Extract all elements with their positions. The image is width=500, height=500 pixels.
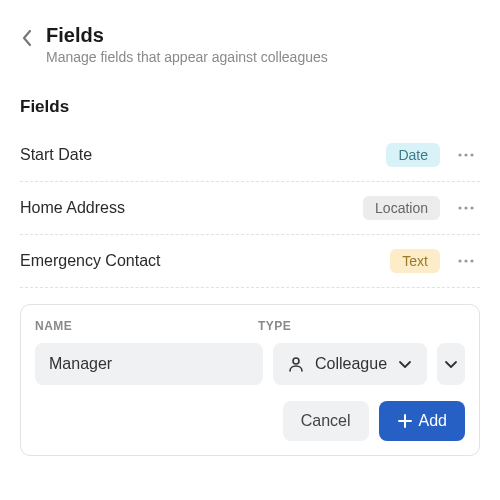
svg-point-9 [293,358,299,364]
extra-select[interactable] [437,343,465,385]
svg-point-0 [458,153,461,156]
more-horizontal-icon [456,145,476,165]
person-icon [287,355,305,373]
field-more-button[interactable] [452,247,480,275]
svg-point-8 [470,259,473,262]
field-type-badge: Location [363,196,440,220]
field-more-button[interactable] [452,194,480,222]
more-horizontal-icon [456,251,476,271]
more-horizontal-icon [456,198,476,218]
add-field-card: NAME TYPE Colleague Cancel Add [20,304,480,456]
field-label: Home Address [20,199,363,217]
field-label: Start Date [20,146,386,164]
column-header-type: TYPE [258,319,465,333]
field-row: Start Date Date [20,129,480,182]
chevron-left-icon [20,28,34,48]
field-type-badge: Text [390,249,440,273]
chevron-down-icon [443,356,459,372]
svg-point-6 [458,259,461,262]
field-row: Emergency Contact Text [20,235,480,288]
chevron-down-icon [397,356,413,372]
field-type-badge: Date [386,143,440,167]
plus-icon [397,413,413,429]
cancel-button[interactable]: Cancel [283,401,369,441]
svg-point-1 [464,153,467,156]
page-title: Fields [46,24,480,47]
svg-point-3 [458,206,461,209]
type-select-label: Colleague [315,355,387,373]
fields-list: Start Date Date Home Address Location Em… [20,129,480,288]
field-label: Emergency Contact [20,252,390,270]
type-select[interactable]: Colleague [273,343,427,385]
add-button-label: Add [419,412,447,430]
svg-point-5 [470,206,473,209]
svg-point-7 [464,259,467,262]
field-more-button[interactable] [452,141,480,169]
svg-point-4 [464,206,467,209]
name-input[interactable] [35,343,263,385]
section-title: Fields [20,97,480,117]
page-subtitle: Manage fields that appear against collea… [46,49,480,65]
svg-point-2 [470,153,473,156]
add-button[interactable]: Add [379,401,465,441]
column-header-name: NAME [35,319,242,333]
field-row: Home Address Location [20,182,480,235]
back-button[interactable] [20,24,34,52]
